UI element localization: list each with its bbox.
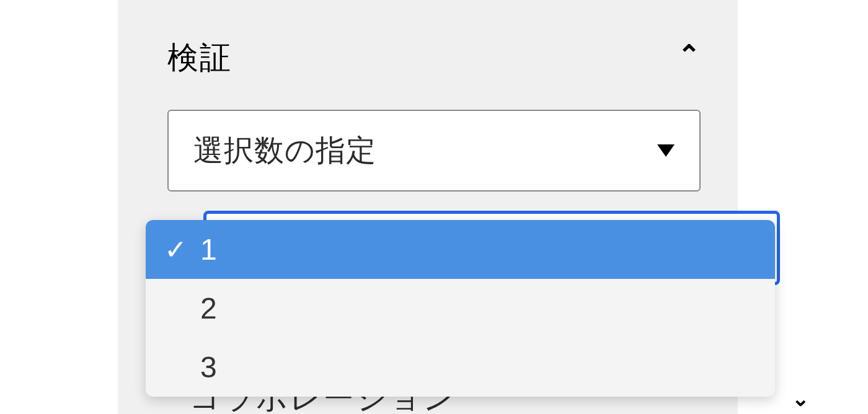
settings-panel: 検証 ⌃ 選択数の指定 ✓ 1 2 3 コラボレーション ⌄ — [118, 0, 738, 414]
dropdown-options-menu: ✓ 1 2 3 — [146, 220, 775, 397]
option-text: 1 — [200, 232, 217, 266]
section-header-validation[interactable]: 検証 ⌃ — [167, 37, 701, 79]
check-icon: ✓ — [164, 234, 187, 265]
chevron-up-icon: ⌃ — [678, 39, 701, 71]
option-2[interactable]: 2 — [146, 279, 775, 338]
validation-type-dropdown[interactable]: 選択数の指定 — [167, 110, 701, 192]
dropdown-label: 選択数の指定 — [193, 131, 376, 170]
option-text: 3 — [200, 350, 217, 384]
option-3[interactable]: 3 — [146, 338, 775, 397]
triangle-down-icon — [657, 144, 675, 157]
option-1[interactable]: ✓ 1 — [146, 220, 775, 279]
option-text: 2 — [200, 291, 217, 325]
chevron-down-icon: ⌄ — [792, 386, 809, 411]
section-title: 検証 — [167, 37, 232, 79]
